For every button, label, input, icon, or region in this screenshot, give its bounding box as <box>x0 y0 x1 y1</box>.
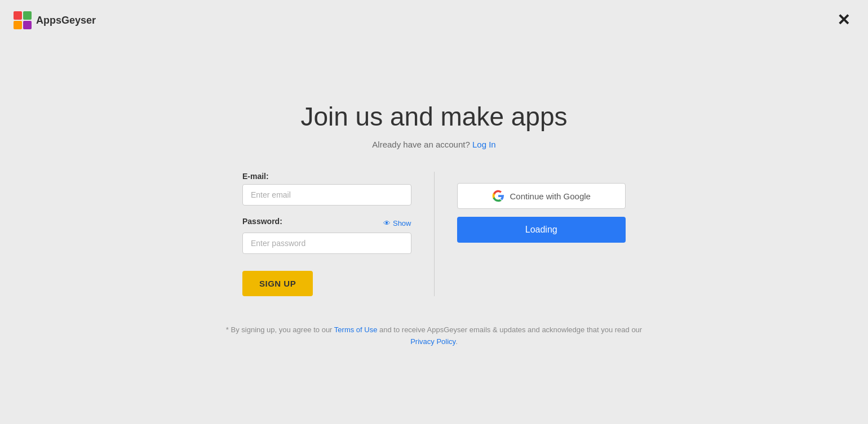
password-label-row: Password: 👁 Show <box>242 217 411 229</box>
logo-area: AppsGeyser <box>14 11 96 29</box>
terms-link[interactable]: Terms of Use <box>334 325 378 334</box>
footer-suffix: . <box>455 337 458 346</box>
login-link[interactable]: Log In <box>472 140 496 149</box>
main-content: Join us and make apps Already have an ac… <box>0 0 868 348</box>
signup-button[interactable]: SIGN UP <box>242 271 313 296</box>
logo-square-bl <box>14 21 22 29</box>
privacy-link[interactable]: Privacy Policy <box>410 337 455 346</box>
login-prompt-text: Already have an account? <box>372 140 470 149</box>
email-label: E-mail: <box>242 172 411 181</box>
logo-name: AppsGeyser <box>36 15 96 26</box>
logo-square-br <box>23 21 32 29</box>
password-field-group: Password: 👁 Show <box>242 217 411 254</box>
eye-icon: 👁 <box>383 219 391 227</box>
logo-icon <box>14 11 32 29</box>
logo-square-tl <box>14 11 22 20</box>
loading-button[interactable]: Loading <box>457 217 626 243</box>
show-password-button[interactable]: 👁 Show <box>383 219 411 227</box>
email-field-group: E-mail: <box>242 172 411 206</box>
page-title: Join us and make apps <box>300 101 567 132</box>
left-form: E-mail: Password: 👁 Show SIGN UP <box>242 172 435 296</box>
footer-text: * By signing up, you agree to our Terms … <box>226 324 642 348</box>
login-prompt: Already have an account? Log In <box>372 140 495 149</box>
header: AppsGeyser ✕ <box>0 0 868 41</box>
google-button[interactable]: Continue with Google <box>457 183 626 209</box>
email-input[interactable] <box>242 184 411 206</box>
form-container: E-mail: Password: 👁 Show SIGN UP <box>242 172 626 296</box>
close-button[interactable]: ✕ <box>832 10 854 30</box>
password-input[interactable] <box>242 233 411 254</box>
footer-middle: and to receive AppsGeyser emails & updat… <box>379 325 642 334</box>
footer-prefix: * By signing up, you agree to our <box>226 325 333 334</box>
logo-square-tr <box>23 11 32 20</box>
google-logo-icon <box>492 190 504 202</box>
google-button-label: Continue with Google <box>510 191 591 201</box>
right-form: Continue with Google Loading <box>435 183 626 243</box>
password-label: Password: <box>242 217 282 226</box>
show-label: Show <box>393 219 411 227</box>
